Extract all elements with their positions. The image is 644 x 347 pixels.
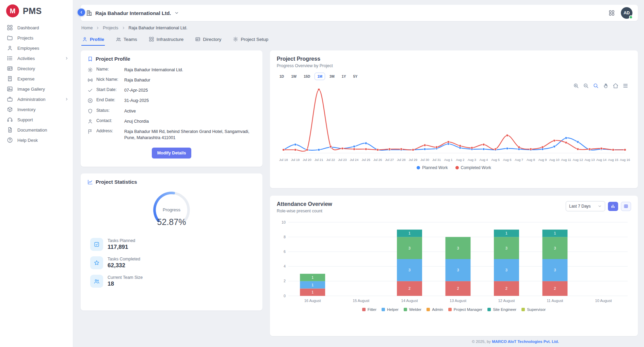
selection-zoom-icon[interactable]	[593, 83, 599, 89]
app-logo[interactable]: M PMS	[0, 0, 73, 21]
zoom-in-icon[interactable]	[573, 83, 579, 89]
legend-item-site-engineer[interactable]: Site Engineer	[487, 307, 516, 312]
svg-text:Progress: Progress	[163, 207, 181, 212]
pan-icon[interactable]	[603, 83, 609, 89]
svg-text:6: 6	[284, 250, 286, 254]
sidebar-item-expense[interactable]: Expense	[0, 74, 73, 84]
range-1d[interactable]: 1D	[277, 73, 287, 80]
table-view-button[interactable]	[621, 202, 631, 211]
range-1w[interactable]: 1W	[288, 73, 299, 80]
card-title: Project Progress	[277, 56, 631, 62]
tab-profile[interactable]: Profile	[81, 34, 105, 46]
grid-icon	[149, 36, 154, 42]
sidebar-item-support[interactable]: Support	[0, 115, 73, 125]
attendance-chart[interactable]: 024681011116 August15 August233114 Augus…	[277, 219, 631, 305]
modify-details-button[interactable]: Modify Details	[152, 148, 192, 159]
legend-item-project-manager[interactable]: Project Manager	[448, 307, 482, 312]
card-subtitle: Role-wise present count	[277, 209, 332, 213]
field-value: Raja Bahadur International Ltd.	[124, 67, 256, 73]
bar-chart-view-button[interactable]	[608, 202, 618, 211]
tab-teams[interactable]: Teams	[115, 34, 138, 46]
svg-text:3: 3	[408, 246, 410, 250]
chevron-right-icon	[122, 26, 126, 30]
tab-infrastructure[interactable]: Infrastructure	[148, 34, 184, 46]
stat-value: 18	[108, 281, 143, 287]
chevron-right-icon	[65, 56, 69, 60]
svg-text:2: 2	[505, 286, 508, 290]
breadcrumb-current: Raja Bahadur International Ltd.	[129, 26, 188, 30]
sidebar-item-label: Expense	[17, 76, 35, 81]
zoom-out-icon[interactable]	[583, 83, 589, 89]
date-range-select[interactable]: Last 7 Days	[566, 201, 605, 211]
breadcrumb-projects[interactable]: Projects	[103, 26, 118, 30]
svg-text:3: 3	[554, 246, 556, 250]
tab-label: Directory	[203, 37, 221, 42]
sidebar-item-directory[interactable]: Directory	[0, 63, 73, 74]
project-progress-card: Project Progress Progress Overview by Pr…	[270, 50, 638, 188]
legend-item-helper[interactable]: Helper	[382, 307, 399, 312]
sidebar-collapse-button[interactable]	[78, 9, 85, 16]
home-icon[interactable]	[613, 83, 618, 89]
legend-item-supervisor[interactable]: Supervisor	[521, 307, 546, 312]
field-value: Raja Bahadur	[124, 77, 256, 83]
chevron-down-icon	[598, 204, 602, 208]
range-3m[interactable]: 3M	[327, 73, 337, 80]
range-selector: 1D 1W 15D 1M 3M 1Y 5Y	[277, 73, 631, 80]
user-icon	[87, 118, 96, 124]
bookmark-icon	[87, 56, 93, 62]
sidebar-item-inventory[interactable]: Inventory	[0, 104, 73, 115]
tab-project-setup[interactable]: Project Setup	[232, 34, 269, 46]
project-profile-card: Project Profile Name: Raja Bahadur Inter…	[81, 50, 262, 167]
card-title: Project Statistics	[96, 179, 137, 185]
sidebar-item-projects[interactable]: Projects	[0, 33, 73, 43]
svg-text:16 August: 16 August	[304, 299, 321, 303]
profile-fields: Name: Raja Bahadur International Ltd. Ni…	[87, 67, 256, 141]
svg-text:3: 3	[554, 268, 556, 272]
range-1y[interactable]: 1Y	[339, 73, 349, 80]
sidebar-item-dashboard[interactable]: Dashboard	[0, 22, 73, 33]
svg-text:Aug 11: Aug 11	[561, 158, 571, 162]
chart-toolbar	[573, 83, 628, 89]
footer-company-link[interactable]: MARCO AIoT Technologies Pvt. Ltd.	[492, 340, 559, 344]
company-selector[interactable]: Raja Bahadur International Ltd.	[86, 10, 179, 16]
sidebar-item-administration[interactable]: Administration	[0, 94, 73, 104]
sidebar-item-image-gallery[interactable]: Image Gallery	[0, 84, 73, 94]
svg-text:Aug 9: Aug 9	[538, 158, 547, 162]
sidebar-item-activities[interactable]: Activities	[0, 53, 73, 63]
sidebar-item-label: Employees	[17, 46, 39, 51]
legend-swatch	[426, 308, 430, 311]
range-15d[interactable]: 15D	[301, 73, 313, 80]
legend-item-planned-work[interactable]: Planned Work	[417, 165, 448, 170]
legend-item-completed-work[interactable]: Completed Work	[455, 165, 491, 170]
stat-label: Tasks Planned	[108, 238, 135, 243]
legend-swatch	[382, 308, 385, 311]
svg-text:1: 1	[311, 283, 313, 287]
range-5y[interactable]: 5Y	[350, 73, 360, 80]
legend-item-fitter[interactable]: Fitter	[362, 307, 376, 312]
svg-text:1: 1	[311, 275, 313, 280]
tab-label: Profile	[90, 37, 104, 42]
sidebar-item-employees[interactable]: Employees	[0, 43, 73, 53]
range-1m[interactable]: 1M	[315, 73, 325, 80]
footer: © 2025, by MARCO AIoT Technologies Pvt. …	[81, 340, 638, 344]
breadcrumb-home[interactable]: Home	[81, 26, 93, 30]
field-label: Nick Name:	[96, 77, 124, 82]
sidebar-item-help-desk[interactable]: Help Desk	[0, 135, 73, 145]
table-icon	[624, 204, 628, 209]
svg-text:Aug 15: Aug 15	[608, 158, 618, 162]
attendance-controls: Last 7 Days	[566, 201, 631, 211]
avatar[interactable]: AD	[621, 7, 632, 19]
stat-tasks-planned: Tasks Planned 117,891	[87, 238, 256, 251]
apps-grid-icon[interactable]	[609, 10, 615, 16]
tab-directory[interactable]: Directory	[194, 34, 222, 46]
folder-icon	[7, 35, 13, 41]
sidebar-item-documentation[interactable]: Documentation	[0, 125, 73, 135]
menu-icon[interactable]	[623, 83, 628, 89]
sidebar-item-label: Image Gallery	[17, 87, 45, 92]
image-icon	[7, 86, 13, 92]
legend-item-welder[interactable]: Welder	[404, 307, 421, 312]
legend-item-admin[interactable]: Admin	[426, 307, 443, 312]
svg-text:Jul 20: Jul 20	[303, 158, 311, 162]
project-progress-chart[interactable]: Jul 18Jul 19Jul 20Jul 21Jul 22Jul 23Jul …	[277, 82, 631, 164]
sidebar-item-label: Dashboard	[17, 25, 39, 30]
